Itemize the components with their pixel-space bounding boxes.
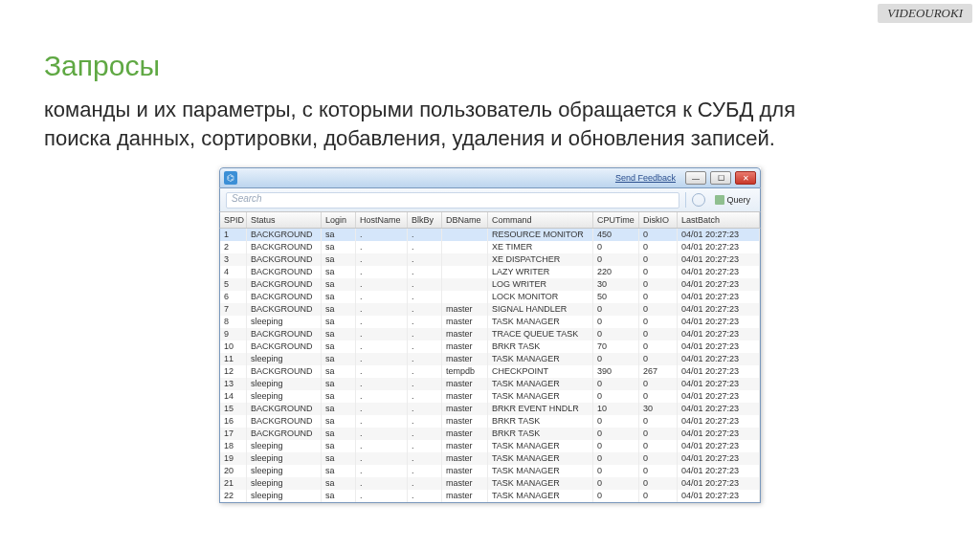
app-window: ⌬ Send Feedback — ☐ ✕ Search Query SPID … — [219, 167, 761, 503]
table-cell: 04/01 20:27:23 — [678, 428, 760, 440]
table-cell: BACKGROUND — [247, 229, 322, 241]
close-button[interactable]: ✕ — [735, 171, 756, 185]
table-cell: sleeping — [247, 440, 322, 452]
table-cell: 04/01 20:27:23 — [678, 253, 760, 266]
table-row[interactable]: 5BACKGROUNDsa..LOG WRITER30004/01 20:27:… — [219, 278, 761, 291]
table-cell — [442, 266, 488, 278]
table-body: 1BACKGROUNDsa..RESOURCE MONITOR450004/01… — [219, 229, 761, 503]
table-row[interactable]: 7BACKGROUNDsa..masterSIGNAL HANDLER0004/… — [219, 303, 761, 316]
table-cell: 0 — [639, 241, 678, 253]
table-row[interactable]: 3BACKGROUNDsa..XE DISPATCHER0004/01 20:2… — [219, 253, 761, 266]
table-cell: 0 — [593, 477, 639, 490]
col-login[interactable]: Login — [322, 212, 356, 228]
table-cell: master — [442, 390, 488, 403]
col-hostname[interactable]: HostName — [356, 212, 408, 228]
table-cell: BACKGROUND — [247, 428, 322, 440]
table-row[interactable]: 13sleepingsa..masterTASK MANAGER0004/01 … — [219, 378, 761, 390]
table-cell: . — [408, 291, 442, 303]
table-cell: 2 — [220, 241, 247, 253]
table-cell: . — [408, 266, 442, 278]
col-spid[interactable]: SPID — [220, 212, 247, 228]
table-cell: 220 — [593, 266, 639, 278]
table-row[interactable]: 8sleepingsa..masterTASK MANAGER0004/01 2… — [219, 316, 761, 328]
query-button[interactable]: Query — [711, 194, 754, 206]
table-cell: LOCK MONITOR — [488, 291, 593, 303]
page-title: Запросы — [44, 50, 936, 82]
table-cell: 0 — [593, 241, 639, 253]
table-cell: . — [408, 365, 442, 378]
table-cell: 0 — [593, 353, 639, 365]
col-cputime[interactable]: CPUTime — [593, 212, 639, 228]
table-row[interactable]: 10BACKGROUNDsa..masterBRKR TASK70004/01 … — [219, 340, 761, 353]
table-cell: BRKR TASK — [488, 428, 593, 440]
table-row[interactable]: 15BACKGROUNDsa..masterBRKR EVENT HNDLR10… — [219, 403, 761, 415]
table-cell: BACKGROUND — [247, 415, 322, 428]
table-cell: 04/01 20:27:23 — [678, 278, 760, 291]
table-row[interactable]: 12BACKGROUNDsa..tempdbCHECKPOINT39026704… — [219, 365, 761, 378]
table-cell: sa — [322, 452, 356, 465]
table-cell: 390 — [593, 365, 639, 378]
table-cell: . — [356, 440, 408, 452]
table-cell: . — [408, 328, 442, 340]
table-cell: sa — [322, 328, 356, 340]
table-cell: 0 — [593, 253, 639, 266]
table-cell: . — [356, 340, 408, 353]
feedback-link[interactable]: Send Feedback — [615, 173, 676, 183]
maximize-button[interactable]: ☐ — [710, 171, 731, 185]
col-diskio[interactable]: DiskIO — [639, 212, 678, 228]
table-cell: 04/01 20:27:23 — [678, 390, 760, 403]
table-cell: master — [442, 415, 488, 428]
table-cell: . — [356, 490, 408, 502]
table-row[interactable]: 21sleepingsa..masterTASK MANAGER0004/01 … — [219, 477, 761, 490]
table-cell: . — [356, 428, 408, 440]
table-cell: 04/01 20:27:23 — [678, 365, 760, 378]
col-blkby[interactable]: BlkBy — [408, 212, 442, 228]
table-cell: . — [356, 253, 408, 266]
search-input[interactable]: Search — [226, 192, 679, 209]
table-cell: 0 — [593, 303, 639, 316]
table-row[interactable]: 1BACKGROUNDsa..RESOURCE MONITOR450004/01… — [219, 229, 761, 241]
table-row[interactable]: 14sleepingsa..masterTASK MANAGER0004/01 … — [219, 390, 761, 403]
table-cell: BACKGROUND — [247, 403, 322, 415]
table-cell: master — [442, 316, 488, 328]
table-row[interactable]: 22sleepingsa..masterTASK MANAGER0004/01 … — [219, 490, 761, 502]
table-cell: sa — [322, 266, 356, 278]
table-cell: 04/01 20:27:23 — [678, 266, 760, 278]
query-button-label: Query — [726, 195, 750, 205]
col-status[interactable]: Status — [247, 212, 322, 228]
table-cell: . — [408, 465, 442, 477]
table-cell: . — [356, 403, 408, 415]
col-lastbatch[interactable]: LastBatch — [678, 212, 760, 228]
table-row[interactable]: 2BACKGROUNDsa..XE TIMER0004/01 20:27:23 — [219, 241, 761, 253]
table-row[interactable]: 16BACKGROUNDsa..masterBRKR TASK0004/01 2… — [219, 415, 761, 428]
minimize-button[interactable]: — — [685, 171, 706, 185]
table-row[interactable]: 20sleepingsa..masterTASK MANAGER0004/01 … — [219, 465, 761, 477]
table-cell: TRACE QUEUE TASK — [488, 328, 593, 340]
col-dbname[interactable]: DBName — [442, 212, 488, 228]
search-icon[interactable] — [692, 193, 705, 207]
table-cell: sa — [322, 403, 356, 415]
table-cell: . — [408, 403, 442, 415]
table-cell: 5 — [220, 278, 247, 291]
table-row[interactable]: 19sleepingsa..masterTASK MANAGER0004/01 … — [219, 452, 761, 465]
table-header: SPID Status Login HostName BlkBy DBName … — [219, 211, 761, 229]
table-row[interactable]: 4BACKGROUNDsa..LAZY WRITER220004/01 20:2… — [219, 266, 761, 278]
table-row[interactable]: 11sleepingsa..masterTASK MANAGER0004/01 … — [219, 353, 761, 365]
table-cell: sa — [322, 465, 356, 477]
table-row[interactable]: 17BACKGROUNDsa..masterBRKR TASK0004/01 2… — [219, 428, 761, 440]
table-row[interactable]: 6BACKGROUNDsa..LOCK MONITOR50004/01 20:2… — [219, 291, 761, 303]
table-cell: 10 — [593, 403, 639, 415]
table-cell: master — [442, 490, 488, 502]
col-command[interactable]: Command — [488, 212, 593, 228]
table-cell: 04/01 20:27:23 — [678, 440, 760, 452]
table-row[interactable]: 9BACKGROUNDsa..masterTRACE QUEUE TASK000… — [219, 328, 761, 340]
table-row[interactable]: 18sleepingsa..masterTASK MANAGER0004/01 … — [219, 440, 761, 452]
table-cell — [442, 229, 488, 241]
table-cell: sleeping — [247, 353, 322, 365]
table-cell: 04/01 20:27:23 — [678, 465, 760, 477]
table-cell: 0 — [593, 316, 639, 328]
table-cell: 0 — [639, 465, 678, 477]
table-cell: 17 — [220, 428, 247, 440]
table-cell: 0 — [593, 415, 639, 428]
table-cell: RESOURCE MONITOR — [488, 229, 593, 241]
